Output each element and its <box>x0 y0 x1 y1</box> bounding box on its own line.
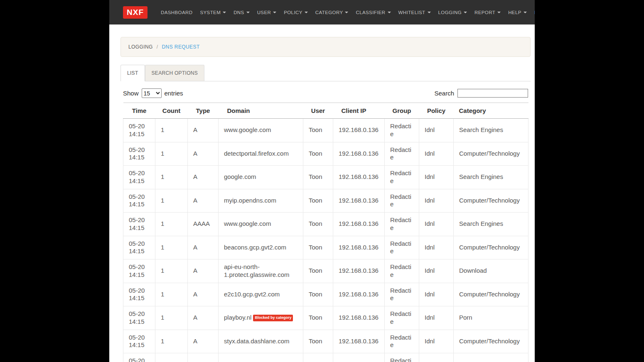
cell-client_ip: 192.168.0.136 <box>333 259 385 283</box>
cell-type: A <box>188 353 219 362</box>
table-header-row: TimeCountTypeDomainUserClient IPGroupPol… <box>123 103 528 119</box>
cell-domain: www.google.com <box>219 213 303 236</box>
cell-text: Search Engines <box>459 126 503 133</box>
cell-text: Redactie <box>390 240 411 255</box>
nav-item-whitelist[interactable]: WHITELIST <box>395 6 435 19</box>
cell-count: 1 <box>155 142 188 166</box>
nav-item-help[interactable]: HELP <box>504 6 531 19</box>
cell-policy: Idnl <box>419 166 454 189</box>
nav-item-report[interactable]: REPORT <box>471 6 504 19</box>
nav-item-label: CLASSIFIER <box>356 10 385 15</box>
cell-text: Idnl <box>425 314 435 321</box>
search-label: Search <box>434 90 454 97</box>
cell-text: 1 <box>161 314 164 321</box>
column-header-client_ip[interactable]: Client IP <box>333 103 385 119</box>
cell-user: Toon <box>303 353 333 362</box>
cell-text: 192.168.0.136 <box>339 267 379 274</box>
nav-item-logout[interactable]: LOGOUT <box>531 6 535 19</box>
cell-time: 05-20 14:15 <box>123 283 155 306</box>
nav-item-dashboard[interactable]: DASHBOARD <box>157 6 196 19</box>
nav-menu: DASHBOARDSYSTEMDNSUSERPOLICYCATEGORYCLAS… <box>157 6 535 19</box>
cell-text: AAAA <box>193 220 210 227</box>
cell-text: Computer/Technology <box>459 150 520 157</box>
column-header-time[interactable]: Time <box>123 103 155 119</box>
cell-policy: Idnl <box>419 283 454 306</box>
cell-domain: beacons.gcp.gvt2.com <box>219 236 303 259</box>
cell-text: 192.168.0.136 <box>339 150 379 157</box>
column-header-category[interactable]: Category <box>454 103 528 119</box>
cell-text: myip.opendns.com <box>224 197 276 204</box>
cell-category: Search Engines <box>454 166 528 189</box>
cell-text: Redactie <box>390 287 411 302</box>
column-header-domain[interactable]: Domain <box>219 103 303 119</box>
cell-text: 05-20 14:15 <box>129 263 145 278</box>
nav-item-dns[interactable]: DNS <box>230 6 253 19</box>
nav-item-classifier[interactable]: CLASSIFIER <box>352 6 394 19</box>
cell-count: 1 <box>155 353 188 362</box>
cell-text: 05-20 14:15 <box>129 310 145 325</box>
column-header-policy[interactable]: Policy <box>419 103 454 119</box>
nav-item-category[interactable]: CATEGORY <box>312 6 352 19</box>
page-size-select[interactable]: 15 <box>142 88 162 98</box>
cell-time: 05-20 14:15 <box>123 330 155 353</box>
cell-text: 05-20 14:15 <box>129 146 145 161</box>
cell-time: 05-20 14:15 <box>123 213 155 236</box>
chevron-down-icon <box>388 12 391 13</box>
nav-item-label: USER <box>257 10 271 15</box>
table-row: 05-20 14:151Amyip.opendns.comToon192.168… <box>123 189 528 213</box>
tab-search-options[interactable]: SEARCH OPTIONS <box>145 65 205 81</box>
cell-category: Search Engines <box>454 119 528 142</box>
search-input[interactable] <box>457 89 528 98</box>
cell-type: A <box>188 166 219 189</box>
nav-item-logging[interactable]: LOGGING <box>435 6 471 19</box>
cell-user: Toon <box>303 189 333 213</box>
cell-text: Idnl <box>425 244 435 251</box>
column-header-count[interactable]: Count <box>155 103 188 119</box>
cell-text: Redactie <box>390 334 411 349</box>
cell-time: 05-20 14:15 <box>123 236 155 259</box>
cell-domain: e2c10.gcp.gvt2.com <box>219 283 303 306</box>
cell-user: Toon <box>303 119 333 142</box>
cell-client_ip: 192.168.0.136 <box>333 353 385 362</box>
cell-type: A <box>188 283 219 306</box>
column-header-user[interactable]: User <box>303 103 333 119</box>
cell-domain: detectportal.firefox.com <box>219 142 303 166</box>
cell-text: A <box>193 291 197 298</box>
nxf-logo[interactable]: NXF <box>123 6 147 19</box>
cell-text: A <box>193 244 197 251</box>
cell-text: Idnl <box>425 291 435 298</box>
cell-count: 1 <box>155 189 188 213</box>
column-header-group[interactable]: Group <box>385 103 419 119</box>
cell-text: google.com <box>224 173 256 180</box>
cell-time: 05-20 14:15 <box>123 142 155 166</box>
nav-item-label: DNS <box>234 10 244 15</box>
cell-text: Idnl <box>425 126 435 133</box>
nav-item-system[interactable]: SYSTEM <box>196 6 230 19</box>
column-header-type[interactable]: Type <box>188 103 219 119</box>
cell-text: A <box>193 150 197 157</box>
cell-user: Toon <box>303 330 333 353</box>
cell-text: Toon <box>309 267 322 274</box>
cell-text: 192.168.0.136 <box>339 173 379 180</box>
cell-text: playboy.nl <box>224 314 251 321</box>
cell-text: 192.168.0.136 <box>339 338 379 345</box>
table-row: 05-20 14:151Achat.openai.comToon192.168.… <box>123 353 528 362</box>
breadcrumb: LOGGING/DNS REQUEST <box>120 37 531 57</box>
breadcrumb-current-page[interactable]: DNS REQUEST <box>162 44 200 50</box>
cell-group: Redactie <box>385 142 419 166</box>
cell-user: Toon <box>303 236 333 259</box>
cell-category: Computer/Technology <box>454 189 528 213</box>
cell-text: Download <box>459 267 487 274</box>
nav-item-user[interactable]: USER <box>253 6 280 19</box>
cell-text: Idnl <box>425 173 435 180</box>
cell-text: 1 <box>161 197 164 204</box>
tab-list[interactable]: LIST <box>120 65 145 81</box>
cell-type: A <box>188 189 219 213</box>
top-navbar: NXF DASHBOARDSYSTEMDNSUSERPOLICYCATEGORY… <box>109 0 535 24</box>
cell-text: 05-20 14:15 <box>129 334 145 349</box>
cell-text: www.google.com <box>224 126 271 133</box>
nav-item-policy[interactable]: POLICY <box>280 6 312 19</box>
cell-group: Redactie <box>385 283 419 306</box>
cell-policy: Idnl <box>419 142 454 166</box>
page-size-control: Show 15 entries <box>123 88 183 98</box>
